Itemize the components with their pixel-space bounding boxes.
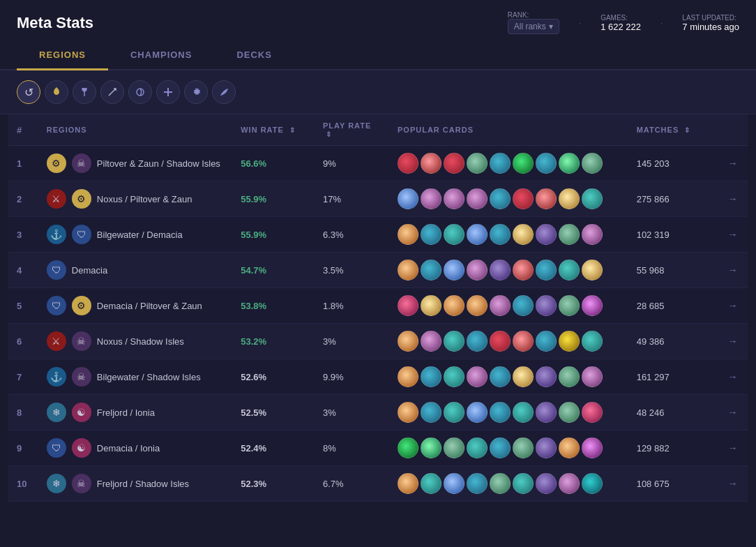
tab-regions[interactable]: REGIONS bbox=[17, 41, 108, 70]
card-avatar[interactable] bbox=[513, 331, 534, 352]
col-header-matches[interactable]: MATCHES ⇕ bbox=[628, 114, 718, 146]
table-row[interactable]: 7⚓☠Bilgewater / Shadow Isles52.6%9.9%161… bbox=[8, 359, 748, 395]
col-header-playrate[interactable]: PLAY RATE ⇕ bbox=[315, 114, 389, 146]
row-navigate[interactable]: → bbox=[718, 359, 748, 395]
card-avatar[interactable] bbox=[444, 188, 464, 209]
tab-champions[interactable]: CHAMPIONS bbox=[108, 41, 214, 70]
card-avatar[interactable] bbox=[490, 437, 511, 458]
card-avatar[interactable] bbox=[467, 260, 487, 280]
row-navigate[interactable]: → bbox=[718, 146, 748, 181]
card-avatar[interactable] bbox=[444, 331, 464, 352]
card-avatar[interactable] bbox=[467, 188, 487, 209]
card-avatar[interactable] bbox=[467, 331, 487, 352]
card-avatar[interactable] bbox=[490, 188, 511, 209]
card-avatar[interactable] bbox=[398, 402, 418, 423]
card-avatar[interactable] bbox=[421, 473, 441, 494]
card-avatar[interactable] bbox=[582, 402, 603, 423]
card-avatar[interactable] bbox=[513, 366, 534, 387]
card-avatar[interactable] bbox=[559, 402, 580, 423]
card-avatar[interactable] bbox=[559, 188, 580, 209]
card-avatar[interactable] bbox=[444, 153, 464, 174]
col-header-winrate[interactable]: WIN RATE ⇕ bbox=[232, 114, 315, 146]
card-avatar[interactable] bbox=[467, 402, 487, 423]
table-row[interactable]: 10❄☠Freljord / Shadow Isles52.3%6.7%108 … bbox=[8, 466, 748, 502]
card-avatar[interactable] bbox=[421, 402, 441, 423]
card-avatar[interactable] bbox=[536, 402, 557, 423]
card-avatar[interactable] bbox=[582, 366, 603, 387]
card-avatar[interactable] bbox=[536, 473, 557, 494]
table-row[interactable]: 3⚓🛡Bilgewater / Demacia55.9%6.3%102 319→ bbox=[8, 217, 748, 253]
filter-cross[interactable] bbox=[156, 80, 180, 104]
card-avatar[interactable] bbox=[467, 224, 487, 245]
table-row[interactable]: 4🛡Demacia54.7%3.5%55 968→ bbox=[8, 253, 748, 288]
card-avatar[interactable] bbox=[467, 153, 487, 174]
card-avatar[interactable] bbox=[536, 224, 557, 245]
card-avatar[interactable] bbox=[398, 331, 418, 352]
card-avatar[interactable] bbox=[398, 224, 418, 245]
card-avatar[interactable] bbox=[467, 437, 487, 458]
row-navigate[interactable]: → bbox=[718, 288, 748, 324]
card-avatar[interactable] bbox=[490, 153, 511, 174]
card-avatar[interactable] bbox=[490, 331, 511, 352]
card-avatar[interactable] bbox=[536, 295, 557, 316]
card-avatar[interactable] bbox=[582, 331, 603, 352]
card-avatar[interactable] bbox=[421, 260, 441, 280]
table-row[interactable]: 2⚔⚙Noxus / Piltover & Zaun55.9%17%275 86… bbox=[8, 181, 748, 217]
card-avatar[interactable] bbox=[559, 224, 580, 245]
card-avatar[interactable] bbox=[582, 224, 603, 245]
row-navigate[interactable]: → bbox=[718, 324, 748, 359]
card-avatar[interactable] bbox=[536, 366, 557, 387]
col-header-regions[interactable]: REGIONS bbox=[38, 114, 232, 146]
card-avatar[interactable] bbox=[513, 473, 534, 494]
card-avatar[interactable] bbox=[582, 473, 603, 494]
card-avatar[interactable] bbox=[444, 437, 464, 458]
card-avatar[interactable] bbox=[559, 260, 580, 280]
filter-gear[interactable] bbox=[184, 80, 208, 104]
card-avatar[interactable] bbox=[536, 437, 557, 458]
tab-decks[interactable]: DECKS bbox=[214, 41, 294, 70]
card-avatar[interactable] bbox=[421, 153, 441, 174]
card-avatar[interactable] bbox=[444, 224, 464, 245]
row-navigate[interactable]: → bbox=[718, 181, 748, 217]
card-avatar[interactable] bbox=[490, 402, 511, 423]
card-avatar[interactable] bbox=[421, 437, 441, 458]
table-row[interactable]: 9🛡☯Demacia / Ionia52.4%8%129 882→ bbox=[8, 430, 748, 466]
card-avatar[interactable] bbox=[536, 331, 557, 352]
card-avatar[interactable] bbox=[398, 366, 418, 387]
filter-trident[interactable] bbox=[73, 80, 96, 104]
rank-selector[interactable]: All ranks ▾ bbox=[508, 19, 559, 34]
card-avatar[interactable] bbox=[559, 153, 580, 174]
card-avatar[interactable] bbox=[582, 188, 603, 209]
card-avatar[interactable] bbox=[582, 260, 603, 280]
filter-sword[interactable] bbox=[100, 80, 124, 104]
card-avatar[interactable] bbox=[513, 224, 534, 245]
card-avatar[interactable] bbox=[513, 402, 534, 423]
card-avatar[interactable] bbox=[513, 260, 534, 280]
filter-fire[interactable] bbox=[45, 80, 68, 104]
card-avatar[interactable] bbox=[582, 153, 603, 174]
card-avatar[interactable] bbox=[513, 295, 534, 316]
card-avatar[interactable] bbox=[490, 366, 511, 387]
card-avatar[interactable] bbox=[559, 366, 580, 387]
card-avatar[interactable] bbox=[513, 153, 534, 174]
card-avatar[interactable] bbox=[490, 295, 511, 316]
row-navigate[interactable]: → bbox=[718, 395, 748, 430]
card-avatar[interactable] bbox=[467, 473, 487, 494]
row-navigate[interactable]: → bbox=[718, 430, 748, 466]
card-avatar[interactable] bbox=[490, 473, 511, 494]
table-row[interactable]: 1⚙☠Piltover & Zaun / Shadow Isles56.6%9%… bbox=[8, 146, 748, 181]
card-avatar[interactable] bbox=[467, 295, 487, 316]
row-navigate[interactable]: → bbox=[718, 253, 748, 288]
card-avatar[interactable] bbox=[421, 224, 441, 245]
card-avatar[interactable] bbox=[444, 295, 464, 316]
table-row[interactable]: 6⚔☠Noxus / Shadow Isles53.2%3%49 386→ bbox=[8, 324, 748, 359]
card-avatar[interactable] bbox=[513, 188, 534, 209]
filter-all[interactable]: ↺ bbox=[17, 80, 40, 104]
card-avatar[interactable] bbox=[444, 402, 464, 423]
card-avatar[interactable] bbox=[467, 366, 487, 387]
card-avatar[interactable] bbox=[444, 473, 464, 494]
card-avatar[interactable] bbox=[582, 295, 603, 316]
table-row[interactable]: 5🛡⚙Demacia / Piltover & Zaun53.8%1.8%28 … bbox=[8, 288, 748, 324]
card-avatar[interactable] bbox=[444, 366, 464, 387]
card-avatar[interactable] bbox=[398, 188, 418, 209]
